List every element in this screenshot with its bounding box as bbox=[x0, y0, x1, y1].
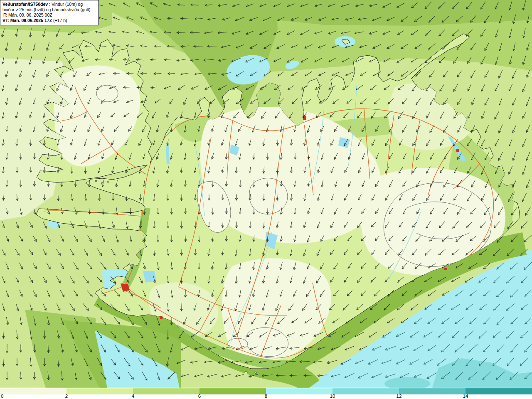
colorbar-segment-14+ bbox=[466, 388, 532, 395]
weather-map-page: Veðurstofan/IS750dev : Vindur (10m) og h… bbox=[0, 0, 532, 399]
island-breidafjordur-3 bbox=[107, 181, 109, 182]
urban-selfoss bbox=[160, 316, 163, 319]
colorbar-segment-8-10 bbox=[266, 388, 332, 395]
colorbar-tick-8: 8 bbox=[265, 394, 267, 399]
colorbar-tick-6: 6 bbox=[198, 394, 201, 399]
colorbar-segment-6-8 bbox=[200, 388, 266, 395]
colorbar-segment-10-12 bbox=[332, 388, 399, 395]
colorbar-tick-10: 10 bbox=[330, 394, 335, 399]
colorbar-segment-2-4 bbox=[66, 388, 133, 395]
valid-time: VT: Mán. 09.06.2025 17Z bbox=[2, 18, 52, 23]
info-line-init-time: IT: Mán. 09. 06. 2025 00Z bbox=[2, 12, 96, 18]
colorbar-tick-14: 14 bbox=[463, 394, 468, 399]
colorbar-segment-0-2 bbox=[0, 388, 66, 395]
info-line-product: Veðurstofan/IS750dev : Vindur (10m) og bbox=[2, 2, 96, 7]
colorbar-tick-2: 2 bbox=[65, 394, 68, 399]
wind-forecast-map bbox=[0, 0, 532, 388]
colorbar-tick-0: 0 bbox=[1, 394, 3, 399]
glacier-hofsjokull bbox=[249, 178, 288, 214]
island-vestmannaeyjar-1 bbox=[245, 372, 247, 374]
colorbar-tick-4: 4 bbox=[132, 394, 134, 399]
urban-hofn bbox=[444, 268, 447, 270]
island-breidafjordur-1 bbox=[95, 180, 97, 182]
colorbar-segment-12-14 bbox=[399, 388, 466, 395]
colorbar-ticks: 02468101214 bbox=[0, 394, 532, 399]
glacier-eyjafjallajokull bbox=[228, 338, 248, 349]
colorbar-segment-4-6 bbox=[133, 388, 200, 395]
urban-egilsstadir bbox=[456, 149, 459, 152]
colorbar-tick-12: 12 bbox=[397, 394, 402, 399]
forecast-info-box: Veðurstofan/IS750dev : Vindur (10m) og h… bbox=[0, 0, 99, 25]
glacier-drangajokull bbox=[96, 85, 118, 102]
info-line-valid-time: VT: Mán. 09.06.2025 17Z (+17 h) bbox=[2, 18, 96, 23]
island-vestmannaeyjar-3 bbox=[255, 372, 256, 374]
info-line-variables: hviður > 25 m/s (hvítt) og hámarkshviða … bbox=[2, 7, 96, 12]
product-name: Veðurstofan/IS750dev bbox=[2, 2, 48, 7]
